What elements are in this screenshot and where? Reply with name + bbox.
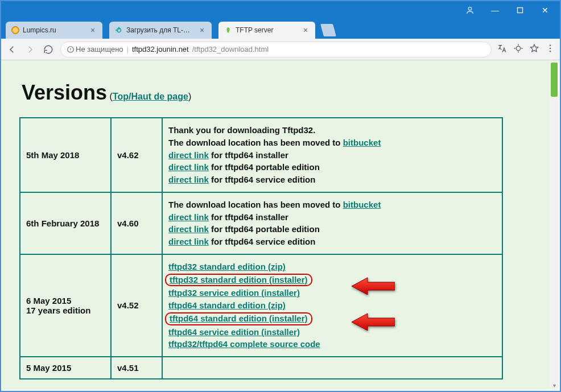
date-cell: 6th February 2018 [20, 192, 111, 254]
date-cell: 6 May 201517 years edition [20, 254, 111, 357]
favicon-tplink [115, 26, 123, 34]
url-host: tftpd32.jounin.net [132, 45, 189, 53]
download-link[interactable]: tftpd64 standard edition (zip) [168, 300, 286, 310]
version-cell: v4.51 [111, 357, 162, 379]
text: Thank you for downloading Tftpd32. [168, 125, 315, 135]
top-link[interactable]: Top/Haut de page [113, 92, 188, 101]
download-link[interactable]: tftpd64 service edition (installer) [168, 327, 300, 337]
download-link[interactable]: direct link [168, 175, 209, 184]
page-viewport: Versions (Top/Haut de page) 5th May 2018… [2, 60, 550, 390]
download-link[interactable]: bitbucket [343, 200, 381, 209]
close-icon[interactable]: × [89, 26, 97, 34]
close-icon[interactable]: × [198, 26, 206, 34]
svg-point-0 [468, 7, 471, 10]
download-link[interactable]: tftpd32 service edition (installer) [168, 288, 300, 298]
highlighted-link: tftpd64 standard edition (installer) [165, 312, 312, 325]
download-link[interactable]: tftpd32 standard edition (installer) [170, 275, 308, 284]
download-link[interactable]: tftpd32/tftpd64 complete source code [168, 339, 320, 349]
download-link[interactable]: direct link [168, 224, 209, 234]
svg-rect-1 [518, 8, 523, 13]
table-row: 5th May 2018v4.62Thank you for downloadi… [20, 118, 502, 192]
description-cell [162, 357, 502, 379]
description-cell: The download location has been moved to … [162, 192, 502, 254]
versions-table: 5th May 2018v4.62Thank you for downloadi… [19, 117, 503, 379]
tab-title: Lumpics.ru [23, 26, 86, 34]
download-link[interactable]: direct link [168, 162, 209, 172]
table-row: 6th February 2018v4.60The download locat… [20, 192, 502, 254]
description-cell: Thank you for downloading Tftpd32.The do… [162, 118, 502, 192]
text: for tftpd64 portable edition [209, 162, 320, 172]
reload-button[interactable] [42, 43, 55, 56]
date-cell: 5 May 2015 [20, 357, 111, 379]
download-link[interactable]: direct link [168, 150, 209, 160]
menu-icon[interactable] [545, 43, 555, 56]
qr-icon[interactable] [513, 43, 523, 56]
svg-point-6 [516, 46, 521, 51]
tab-title: Загрузить для TL-WR740 [126, 26, 196, 34]
text: for tftpd64 service edition [209, 175, 316, 184]
highlighted-link: tftpd32 standard edition (installer) [165, 274, 312, 287]
svg-point-9 [550, 51, 551, 52]
minimize-button[interactable]: — [482, 2, 508, 18]
insecure-text: Не защищено [76, 45, 123, 53]
table-row: 5 May 2015v4.51 [20, 357, 502, 379]
version-cell: v4.62 [111, 118, 162, 192]
browser-toolbar: Не защищено | tftpd32.jounin.net/tftpd32… [1, 39, 560, 60]
tab-tplink[interactable]: Загрузить для TL-WR740 × [109, 22, 212, 39]
maximize-button[interactable] [508, 2, 533, 18]
description-cell: tftpd32 standard edition (zip)tftpd32 st… [162, 254, 502, 357]
text: for tftpd64 portable edition [209, 224, 320, 234]
scrollbar-thumb[interactable] [551, 63, 558, 97]
svg-point-5 [70, 51, 71, 51]
forward-button[interactable] [24, 43, 36, 56]
back-button[interactable] [6, 43, 18, 56]
text: The download location has been moved to [168, 200, 343, 209]
download-link[interactable]: bitbucket [343, 138, 381, 147]
highlight-arrow-1 [350, 277, 395, 296]
tab-strip: Lumpics.ru × Загрузить для TL-WR740 × TF… [1, 19, 560, 39]
highlight-arrow-2 [350, 312, 395, 332]
address-bar[interactable]: Не защищено | tftpd32.jounin.net/tftpd32… [60, 42, 492, 57]
translate-icon[interactable] [497, 43, 508, 56]
not-secure-label: Не защищено [67, 45, 123, 53]
table-row: 6 May 201517 years editionv4.52tftpd32 s… [20, 254, 502, 357]
profile-icon[interactable] [457, 2, 482, 18]
close-button[interactable]: ✕ [533, 2, 558, 18]
vertical-scrollbar[interactable]: ▾ [550, 60, 559, 390]
download-link[interactable]: tftpd32 standard edition (zip) [168, 262, 286, 271]
tab-title: TFTP server [236, 26, 299, 34]
date-cell: 5th May 2018 [20, 118, 111, 192]
text: The download location has been moved to [168, 138, 343, 147]
tab-lumpics[interactable]: Lumpics.ru × [6, 22, 102, 39]
text: for tftpd64 service edition [209, 237, 316, 246]
version-cell: v4.52 [111, 254, 162, 357]
close-icon[interactable]: × [302, 26, 310, 34]
new-tab-button[interactable] [320, 24, 336, 36]
svg-point-7 [550, 44, 551, 46]
version-cell: v4.60 [111, 192, 162, 254]
tab-tftp[interactable]: TFTP server × [218, 22, 315, 39]
download-link[interactable]: tftpd64 standard edition (installer) [170, 313, 308, 323]
download-link[interactable]: direct link [168, 237, 209, 246]
star-icon[interactable] [529, 43, 539, 56]
favicon-tftp [224, 26, 232, 34]
favicon-lumpics [11, 26, 19, 34]
url-path: /tftpd32_download.html [192, 45, 269, 53]
text: for tftpd64 installer [209, 212, 288, 222]
text: for tftpd64 installer [209, 150, 288, 160]
page-title: Versions [22, 81, 107, 104]
svg-point-8 [550, 47, 551, 48]
download-link[interactable]: direct link [168, 212, 209, 222]
scroll-down-icon[interactable]: ▾ [550, 381, 559, 390]
window-titlebar: — ✕ [1, 1, 560, 19]
